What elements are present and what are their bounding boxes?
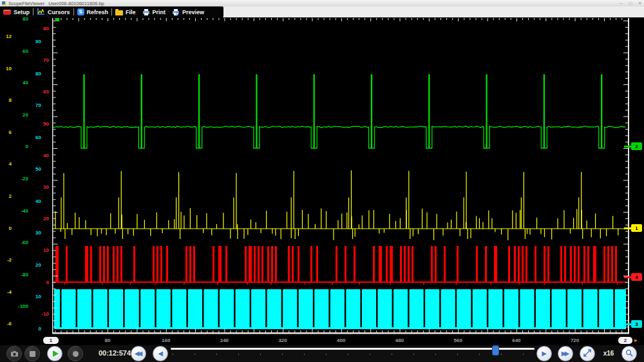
scale-cyan-ch3-tick: 80	[28, 71, 41, 77]
preview-button[interactable]: Preview	[169, 6, 207, 17]
scale-cyan-ch3-tick: 50	[28, 166, 41, 172]
x-axis-label: 400	[332, 338, 351, 343]
scale-green-ch2-tick: 80	[13, 16, 28, 22]
scale-red-ch4-tick: 80	[36, 26, 49, 32]
printer-icon	[142, 6, 150, 18]
cursors-button[interactable]: Cursors	[33, 6, 73, 17]
scale-cyan-ch3-tick: 10	[28, 294, 41, 300]
fit-view-button[interactable]	[580, 346, 595, 361]
scale-yellow-ch1-tick: 8	[0, 97, 12, 103]
channel-badge-2[interactable]: 2	[631, 142, 642, 150]
scale-green-ch2-tick: -60	[13, 240, 28, 245]
x-axis-label: 80	[98, 338, 117, 343]
print-preview-icon	[172, 6, 180, 18]
page-start-box[interactable]: 1	[43, 337, 59, 344]
cursors-icon	[37, 6, 45, 18]
x-axis-label: 240	[214, 338, 234, 343]
chevron-right-icon: ▶	[542, 350, 547, 357]
play-icon	[53, 350, 59, 357]
scope-file-viewer-window: ScopeFileViewer User006-80106011806.bp —…	[0, 0, 644, 362]
scale-red-ch4-tick: 60	[36, 89, 49, 95]
scale-green-ch2-tick: 0	[13, 144, 28, 149]
channel-badge-1[interactable]: 1	[631, 224, 642, 232]
refresh-icon: ⇅	[77, 8, 84, 15]
scale-green-ch2-tick: 20	[13, 112, 28, 118]
scale-yellow-ch1-tick: 0	[0, 225, 12, 231]
scale-green-ch2-tick: -20	[13, 176, 28, 182]
channel-badge-3[interactable]: 3	[631, 320, 642, 328]
file-button[interactable]: File	[112, 6, 139, 17]
chevron-left-icon: ◀	[158, 350, 163, 357]
x-axis-label: 160	[156, 338, 176, 343]
scale-yellow-ch1-tick: -4	[0, 289, 12, 295]
scale-yellow-ch1-tick: 6	[0, 129, 12, 135]
record-button[interactable]	[68, 346, 83, 361]
slider-ticks	[173, 354, 533, 355]
record-icon	[73, 351, 79, 357]
x-axis-label: 320	[273, 338, 292, 343]
oscilloscope-canvas[interactable]	[50, 18, 630, 336]
transport-bar: 00:12:574 ◀◀ ◀ ▶ ▶▶ x16	[0, 345, 644, 362]
step-back-button[interactable]: ◀	[153, 346, 168, 361]
step-forward-button[interactable]: ▶	[536, 346, 552, 361]
print-button[interactable]: Print	[139, 6, 169, 17]
scale-cyan-ch3-tick: 20	[28, 262, 41, 268]
x-axis-strip: 1 80160240320400480560640720 2 ▸	[0, 336, 644, 345]
app-title: ScopeFileViewer	[8, 1, 44, 6]
setup-icon	[3, 10, 11, 15]
snapshot-button[interactable]	[6, 346, 22, 361]
scale-yellow-ch1-tick: 4	[0, 161, 12, 167]
folder-icon	[115, 10, 123, 15]
scale-cyan-ch3-tick: 90	[28, 39, 41, 44]
scale-red-ch4-tick: 10	[36, 247, 49, 253]
magnifier-icon	[625, 348, 633, 359]
scale-green-ch2-tick: 40	[13, 80, 28, 86]
skip-back-button[interactable]: ◀◀	[131, 346, 146, 361]
channel-marker-tick	[624, 227, 631, 229]
channel-marker-tick	[624, 323, 631, 325]
refresh-button[interactable]: ⇅ Refresh	[74, 6, 112, 17]
scale-red-ch4-tick: 70	[36, 57, 49, 63]
scale-yellow-ch1-tick: -6	[0, 321, 12, 327]
plot-area: 121086420-2-4-6806040200-20-40-60-80-100…	[0, 17, 644, 345]
x-axis-label: 480	[390, 338, 410, 343]
next-page-arrow[interactable]: ▸	[634, 337, 638, 344]
x-axis-label: 560	[448, 338, 468, 343]
channel-marker-tick	[624, 146, 631, 148]
x-axis-label: 720	[565, 338, 585, 343]
scale-green-ch2-tick: -80	[13, 272, 28, 278]
position-slider-track[interactable]	[171, 348, 535, 350]
scale-red-ch4-tick: 0	[36, 280, 49, 285]
time-display: 00:12:574	[93, 349, 137, 357]
scale-yellow-ch1-tick: 2	[0, 193, 12, 199]
scale-green-ch2-tick: 60	[13, 48, 28, 54]
double-chevron-right-icon: ▶▶	[562, 350, 567, 357]
play-button[interactable]	[47, 346, 62, 361]
scale-red-ch4-tick: 50	[36, 121, 49, 127]
title-bar: ScopeFileViewer User006-80106011806.bp —…	[0, 0, 644, 6]
file-title: User006-80106011806.bp	[48, 1, 104, 6]
skip-forward-button[interactable]: ▶▶	[558, 346, 573, 361]
scale-red-ch4-tick: 20	[36, 216, 49, 222]
close-button[interactable]: ✕	[638, 0, 641, 6]
maximize-button[interactable]: ▢	[629, 0, 632, 6]
zoom-level-label: x16	[599, 350, 618, 357]
scale-green-ch2-tick: -40	[13, 208, 28, 214]
channel-badge-4[interactable]: 4	[631, 273, 642, 281]
scale-yellow-ch1-tick: 12	[0, 33, 12, 39]
stop-button[interactable]	[24, 346, 40, 361]
scale-red-ch4-tick: -10	[36, 311, 49, 317]
expand-icon	[583, 348, 591, 359]
minimize-button[interactable]: —	[619, 0, 623, 6]
zoom-button[interactable]	[621, 346, 637, 361]
stop-icon	[30, 351, 35, 357]
position-slider-handle[interactable]	[492, 345, 499, 356]
app-icon	[2, 1, 6, 6]
page-end-box[interactable]: 2	[618, 337, 632, 344]
scale-green-ch2-tick: -100	[13, 303, 28, 309]
scale-yellow-ch1-tick: 10	[0, 66, 12, 71]
double-chevron-left-icon: ◀◀	[135, 350, 140, 357]
scale-red-ch4-tick: 40	[36, 153, 49, 158]
camera-icon	[10, 348, 19, 359]
main-toolbar: Setup Cursors ⇅ Refresh File	[0, 6, 644, 17]
